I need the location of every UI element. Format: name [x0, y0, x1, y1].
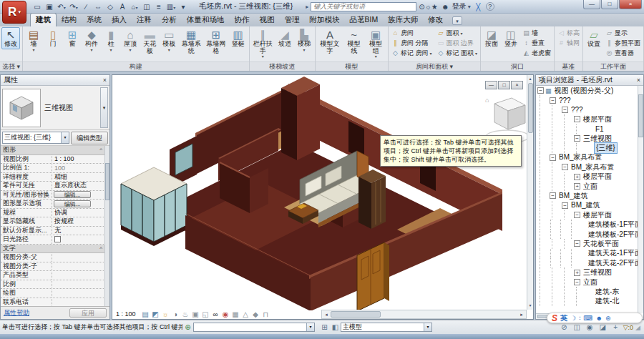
tree-item[interactable]: −楼层平面 [536, 114, 643, 124]
section-icon[interactable]: ◫ [141, 3, 152, 11]
editing-requests-icon[interactable]: ⊞ [319, 323, 330, 331]
ribbon-button-reference-plane[interactable]: ∥参照平面 [604, 38, 642, 48]
aligned-dimension-icon[interactable]: ⇔ [92, 3, 104, 11]
sun-path-icon[interactable]: ☼ [161, 310, 170, 318]
tree-expander[interactable]: + [574, 174, 580, 180]
tree-item[interactable]: −BM_家具布置 [536, 153, 643, 162]
switch-windows-icon[interactable]: ▥▾ [165, 3, 177, 11]
tree-item[interactable]: −楼层平面 [536, 210, 643, 220]
thin-lines-icon[interactable]: ≡ [153, 3, 165, 11]
property-value[interactable]: 协调 [52, 208, 109, 217]
ribbon-tab-6[interactable]: 体量和场地 [182, 14, 230, 26]
save-icon[interactable]: ▣ [44, 3, 55, 11]
ribbon-button-column[interactable]: ▮柱▾ [102, 27, 120, 54]
apply-button[interactable]: 应用 [69, 308, 107, 318]
ribbon-button-model-line[interactable]: ~模型线 [343, 27, 365, 56]
ribbon-tab-1[interactable]: 结构 [57, 14, 82, 26]
property-checkbox[interactable] [54, 236, 61, 242]
sign-in-button[interactable]: ☻登录▾ [440, 1, 471, 11]
tree-expander[interactable]: − [562, 164, 568, 170]
tree-expander[interactable]: − [574, 279, 580, 285]
qat-customize-icon[interactable]: ▾ [177, 3, 189, 11]
select-links-toggle-icon[interactable]: ⊘ [559, 323, 570, 331]
app-button[interactable]: R▾ [2, 1, 26, 24]
ribbon-tab-4[interactable]: 注释 [132, 14, 157, 26]
tree-expander[interactable]: − [574, 212, 580, 218]
ribbon-tab-2[interactable]: 系统 [82, 14, 107, 26]
tree-expander[interactable]: − [550, 97, 556, 104]
redo-icon[interactable]: ↷▾ [68, 3, 79, 11]
ribbon-tab-0[interactable]: 建筑 [30, 13, 57, 26]
ribbon-panel-label[interactable]: 楼梯坡道 [250, 62, 315, 71]
measure-icon[interactable]: ∕ [80, 3, 92, 11]
scroll-down-arrow[interactable]: ▾ [529, 302, 531, 310]
close-button[interactable]: × [619, 0, 642, 9]
tree-item[interactable]: 建筑天花-1F平面 [536, 249, 643, 258]
exchange-apps-icon[interactable]: ╳ [473, 3, 484, 11]
tree-expander[interactable]: − [562, 107, 568, 113]
select-pinned-toggle-icon[interactable]: ◉ [585, 323, 595, 331]
ribbon-button-wall[interactable]: ▤墙▾ [24, 27, 43, 54]
property-section[interactable]: 图形^ [1, 146, 109, 155]
tree-item[interactable]: 建筑-东 [536, 287, 643, 296]
communication-center-icon[interactable]: ☼ [425, 3, 431, 11]
minimize-button[interactable]: — [583, 0, 600, 9]
tree-expander[interactable]: − [574, 240, 580, 247]
ribbon-tab-12[interactable]: 族库大师 [383, 14, 423, 26]
tree-item[interactable]: −??? [536, 105, 643, 114]
ribbon-button-room-separator[interactable]: ∥房间 分隔 [390, 38, 434, 48]
help-icon[interactable]: ? [486, 2, 494, 11]
ribbon-tab-10[interactable]: 附加模块 [305, 14, 345, 26]
tree-item[interactable]: {三维} [536, 143, 643, 152]
property-value[interactable]: 按规程 [52, 217, 109, 226]
edit-button[interactable]: 编辑... [54, 200, 91, 207]
tree-item[interactable]: +三维视图 [536, 267, 643, 277]
ime-toolbar[interactable]: S 英 ☽∶⌨☻⊛ [547, 313, 643, 323]
ribbon-button-curtain-grid[interactable]: ⊞幕墙网格 [204, 27, 228, 56]
design-options-icon[interactable]: ◧ [330, 323, 341, 331]
tree-expander[interactable]: + [574, 270, 580, 276]
visual-style-icon[interactable]: ◩ [151, 310, 160, 318]
select-underlay-toggle-icon[interactable]: ◫ [572, 323, 582, 331]
view-minimize-button[interactable]: — [485, 81, 497, 89]
worksets-icon[interactable]: ⊕ [182, 323, 193, 331]
search-input[interactable] [311, 2, 416, 11]
ime-mode-toggle[interactable]: 英 [560, 313, 567, 323]
ribbon-tab-9[interactable]: 管理 [280, 14, 305, 26]
show-crop-region-icon[interactable]: ◱ [201, 310, 210, 318]
ribbon-tab-11[interactable]: 品茗BIM [345, 14, 384, 26]
ribbon-button-room[interactable]: ⌂房间 [390, 28, 434, 38]
tree-item[interactable]: −三维视图 [536, 134, 643, 143]
user-icon[interactable]: ☻ [595, 315, 602, 322]
close-icon[interactable]: × [103, 77, 107, 84]
crop-view-icon[interactable]: ▣ [191, 310, 200, 318]
close-icon[interactable]: × [637, 77, 640, 84]
ribbon-panel-label[interactable]: 选择 ▾ [0, 62, 22, 71]
drag-on-selection-toggle-icon[interactable]: + [610, 323, 621, 331]
horizontal-scrollbar[interactable]: ◂▸ [321, 310, 527, 319]
ribbon-button-area-boundary[interactable]: ▭面积 边界 [435, 38, 479, 48]
ribbon-panel-label[interactable]: 洞口 [481, 62, 554, 71]
ribbon-button-model-text[interactable]: A模型文字 [317, 27, 343, 56]
project-browser-header[interactable]: 项目浏览器 - 毛坯房.rvt× [536, 75, 643, 86]
properties-help-link[interactable]: 属性帮助 [4, 308, 29, 318]
ribbon-button-tag-room[interactable]: ◇标记 房间▾ [390, 48, 434, 58]
highlight-displacement-sets-icon[interactable]: ◆ [251, 310, 260, 318]
tree-expander[interactable]: + [574, 183, 580, 190]
tree-item[interactable]: +楼层平面 [536, 172, 643, 182]
ribbon-button-area[interactable]: ▱面积▾ [435, 28, 479, 38]
moon-icon[interactable]: ☽ [570, 315, 576, 322]
vertical-scrollbar[interactable]: ▴▾ [527, 75, 533, 310]
ribbon-button-grid[interactable]: #轴网 [556, 38, 581, 48]
shadows-icon[interactable]: ◑ [171, 310, 180, 318]
property-value[interactable]: 显示原状态 [52, 181, 109, 190]
ribbon-button-shaft-opening[interactable]: ◫竖井 [502, 27, 520, 49]
ribbon-panel-label[interactable]: 构建 [23, 62, 249, 71]
tree-expander[interactable]: − [550, 154, 556, 161]
ribbon-panel-label[interactable]: 模型 [316, 62, 388, 71]
ribbon-button-opening-by-face[interactable]: ◪按面 [482, 27, 501, 49]
view-restore-button[interactable]: □ [498, 81, 510, 89]
ribbon-button-dormer-opening[interactable]: ◭老虎窗 [521, 48, 552, 58]
view-scale-button[interactable]: 1 : 100 [116, 310, 136, 318]
scroll-left-arrow[interactable]: ◂ [322, 312, 331, 318]
